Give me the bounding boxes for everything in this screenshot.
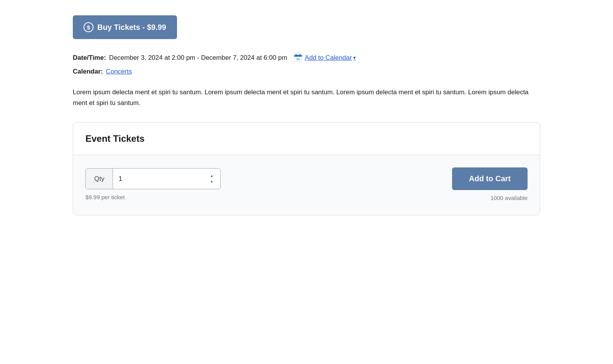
svg-text:31: 31 (296, 57, 300, 61)
dollar-icon: $ (84, 22, 93, 32)
qty-spinners: ▲ ▼ (208, 173, 215, 185)
buy-tickets-label: Buy Tickets - $9.99 (97, 23, 166, 32)
qty-section: Qty 1 ▲ ▼ $9.99 per ticket (85, 168, 221, 202)
add-to-calendar-label: Add to Calendar (305, 54, 352, 62)
cart-section: Add to Cart 1000 available (452, 167, 528, 203)
qty-number: 1 (118, 174, 208, 184)
svg-rect-2 (294, 56, 302, 57)
add-to-calendar-button[interactable]: Add to Calendar ▾ (305, 54, 356, 62)
chevron-down-icon: ▾ (353, 55, 356, 61)
tickets-card-title: Event Tickets (85, 132, 528, 146)
calendar-label: Calendar: (73, 67, 103, 77)
add-to-cart-button[interactable]: Add to Cart (452, 167, 528, 190)
buy-tickets-button[interactable]: $ Buy Tickets - $9.99 (73, 15, 177, 39)
qty-input-group: Qty 1 ▲ ▼ (85, 168, 221, 190)
date-label: Date/Time: (73, 53, 106, 63)
tickets-card-header: Event Tickets (73, 123, 540, 155)
event-meta-section: Date/Time: December 3, 2024 at 2:00 pm -… (73, 53, 540, 76)
available-text: 1000 available (490, 194, 528, 203)
qty-decrement-button[interactable]: ▼ (208, 179, 215, 185)
concerts-link[interactable]: Concerts (106, 67, 132, 77)
qty-input-wrapper: 1 ▲ ▼ (113, 169, 220, 189)
tickets-card: Event Tickets Qty 1 ▲ ▼ $9.99 per ticket (73, 122, 540, 215)
page-container: $ Buy Tickets - $9.99 Date/Time: Decembe… (50, 0, 563, 231)
tickets-card-body: Qty 1 ▲ ▼ $9.99 per ticket Add to Cart 1… (73, 155, 540, 215)
add-to-calendar-group: 31 Add to Calendar ▾ (293, 53, 356, 62)
qty-label: Qty (86, 169, 113, 189)
google-calendar-icon: 31 (293, 53, 303, 62)
calendar-row: Calendar: Concerts (73, 67, 540, 77)
event-description: Lorem ipsum delecta ment et spiri tu san… (73, 87, 540, 108)
date-value: December 3, 2024 at 2:00 pm - December 7… (109, 53, 287, 63)
date-time-row: Date/Time: December 3, 2024 at 2:00 pm -… (73, 53, 540, 63)
qty-increment-button[interactable]: ▲ (208, 173, 215, 179)
price-per-ticket: $9.99 per ticket (85, 193, 221, 202)
